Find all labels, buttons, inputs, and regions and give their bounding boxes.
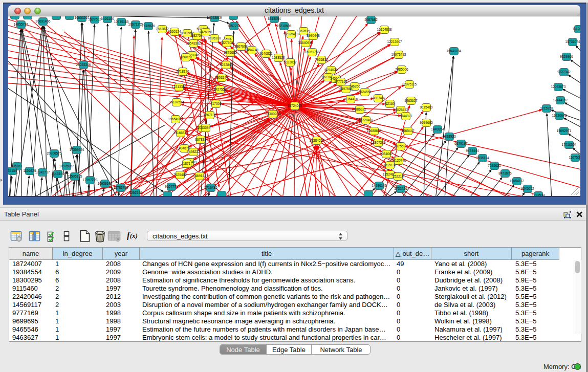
svg-text:8938923: 8938923 <box>443 135 456 138</box>
svg-text:3624554: 3624554 <box>358 90 372 94</box>
svg-text:5322037: 5322037 <box>284 60 297 64</box>
svg-text:9890161: 9890161 <box>179 55 192 59</box>
svg-text:9146821: 9146821 <box>259 52 273 55</box>
svg-text:2718176: 2718176 <box>176 70 189 73</box>
svg-text:62160: 62160 <box>385 102 395 105</box>
svg-text:1362615: 1362615 <box>297 29 310 33</box>
svg-text:9657771: 9657771 <box>165 185 178 188</box>
svg-text:7955812: 7955812 <box>315 58 328 61</box>
svg-text:1965442: 1965442 <box>401 129 415 133</box>
svg-text:1498222: 1498222 <box>187 150 200 154</box>
svg-text:9245652: 9245652 <box>521 187 534 190</box>
svg-text:7625402: 7625402 <box>173 173 187 177</box>
svg-text:10025453: 10025453 <box>394 108 408 112</box>
svg-text:7632621: 7632621 <box>488 164 501 167</box>
svg-text:18640910: 18640910 <box>298 41 313 45</box>
svg-text:2087682: 2087682 <box>364 18 378 21</box>
svg-text:9327508: 9327508 <box>220 41 233 45</box>
svg-text:21364436: 21364436 <box>343 97 358 101</box>
svg-text:1112843: 1112843 <box>573 27 580 31</box>
svg-text:17957223: 17957223 <box>83 178 98 182</box>
svg-text:2935114: 2935114 <box>476 156 489 160</box>
svg-text:16033809: 16033809 <box>207 16 222 19</box>
svg-text:6794028: 6794028 <box>324 68 338 72</box>
svg-text:8186328: 8186328 <box>208 36 221 40</box>
svg-text:6466160: 6466160 <box>101 17 114 20</box>
svg-text:252214: 252214 <box>393 174 404 178</box>
svg-text:16210643: 16210643 <box>552 114 567 117</box>
svg-text:15720407: 15720407 <box>359 118 374 122</box>
svg-text:16961758: 16961758 <box>305 50 320 54</box>
svg-text:9777169: 9777169 <box>334 80 347 83</box>
svg-text:6379197: 6379197 <box>454 142 468 145</box>
svg-text:417006: 417006 <box>210 102 222 105</box>
svg-text:20206576: 20206576 <box>47 151 62 155</box>
svg-text:15692971: 15692971 <box>557 129 572 133</box>
svg-text:17342737: 17342737 <box>35 170 50 174</box>
svg-text:12213383: 12213383 <box>172 85 187 89</box>
svg-text:867833: 867833 <box>195 138 206 141</box>
svg-text:9115460: 9115460 <box>420 105 433 109</box>
svg-text:12975115: 12975115 <box>402 82 417 86</box>
svg-text:10719185: 10719185 <box>114 20 129 24</box>
svg-text:9474444: 9474444 <box>466 149 479 152</box>
svg-text:10653267: 10653267 <box>75 16 90 19</box>
svg-text:1145194: 1145194 <box>52 172 64 176</box>
svg-text:19384554: 19384554 <box>310 139 324 142</box>
svg-text:6497568: 6497568 <box>339 87 353 91</box>
svg-text:8454749: 8454749 <box>245 48 258 52</box>
svg-text:1469144: 1469144 <box>193 174 206 178</box>
svg-text:18807249: 18807249 <box>371 141 386 144</box>
svg-text:12325419: 12325419 <box>284 32 299 36</box>
svg-text:20691406: 20691406 <box>36 19 51 23</box>
svg-text:25053346: 25053346 <box>76 63 91 67</box>
svg-text:9463627: 9463627 <box>404 99 418 102</box>
svg-text:3215958: 3215958 <box>540 106 553 110</box>
svg-text:9699695: 9699695 <box>420 121 433 124</box>
svg-text:9084067: 9084067 <box>380 152 393 156</box>
svg-text:1975692: 1975692 <box>394 144 407 148</box>
svg-text:1156829: 1156829 <box>24 169 36 172</box>
svg-text:1527602: 1527602 <box>88 17 101 21</box>
svg-text:9242848: 9242848 <box>220 63 233 67</box>
svg-text:3267130: 3267130 <box>203 113 216 117</box>
svg-text:8427552: 8427552 <box>213 87 227 91</box>
svg-text:2426058: 2426058 <box>199 30 212 34</box>
svg-text:3875685: 3875685 <box>224 51 237 54</box>
svg-text:10671355: 10671355 <box>128 23 143 26</box>
svg-text:10807487: 10807487 <box>371 96 386 100</box>
svg-text:1440954: 1440954 <box>431 127 444 131</box>
svg-text:1615132: 1615132 <box>383 163 397 167</box>
svg-text:1167533: 1167533 <box>569 156 580 159</box>
svg-text:16154838: 16154838 <box>377 28 392 31</box>
svg-text:16782759: 16782759 <box>114 186 128 189</box>
svg-text:8990448: 8990448 <box>307 34 320 37</box>
svg-text:10654112: 10654112 <box>510 179 525 183</box>
svg-text:9660124: 9660124 <box>168 30 181 33</box>
svg-text:10688609: 10688609 <box>367 129 382 133</box>
svg-text:12093873: 12093873 <box>551 85 566 89</box>
svg-text:8471676: 8471676 <box>498 171 512 175</box>
svg-text:1871: 1871 <box>183 162 191 165</box>
svg-text:10973493: 10973493 <box>391 53 406 56</box>
svg-text:1588520: 1588520 <box>272 56 285 59</box>
svg-text:14136141: 14136141 <box>372 184 387 187</box>
svg-text:1292534: 1292534 <box>532 193 545 196</box>
svg-text:5716485: 5716485 <box>204 186 217 189</box>
svg-text:53594: 53594 <box>201 126 210 129</box>
svg-text:16543382: 16543382 <box>186 41 201 45</box>
svg-text:12213967: 12213967 <box>387 40 402 43</box>
svg-text:17359924: 17359924 <box>70 148 84 151</box>
svg-text:8813054: 8813054 <box>268 17 281 20</box>
svg-text:18724007: 18724007 <box>288 104 302 107</box>
svg-text:15751074: 15751074 <box>565 40 580 43</box>
svg-text:7663822: 7663822 <box>156 27 169 31</box>
svg-text:17016504: 17016504 <box>562 143 577 146</box>
svg-text:19654985: 19654985 <box>168 117 183 121</box>
svg-text:25300203: 25300203 <box>266 112 280 116</box>
svg-text:16648784: 16648784 <box>447 49 462 53</box>
svg-text:10958107: 10958107 <box>98 182 113 185</box>
svg-text:12505135: 12505135 <box>68 174 82 178</box>
svg-text:14055724: 14055724 <box>14 23 29 26</box>
svg-text:7357274: 7357274 <box>227 24 241 28</box>
